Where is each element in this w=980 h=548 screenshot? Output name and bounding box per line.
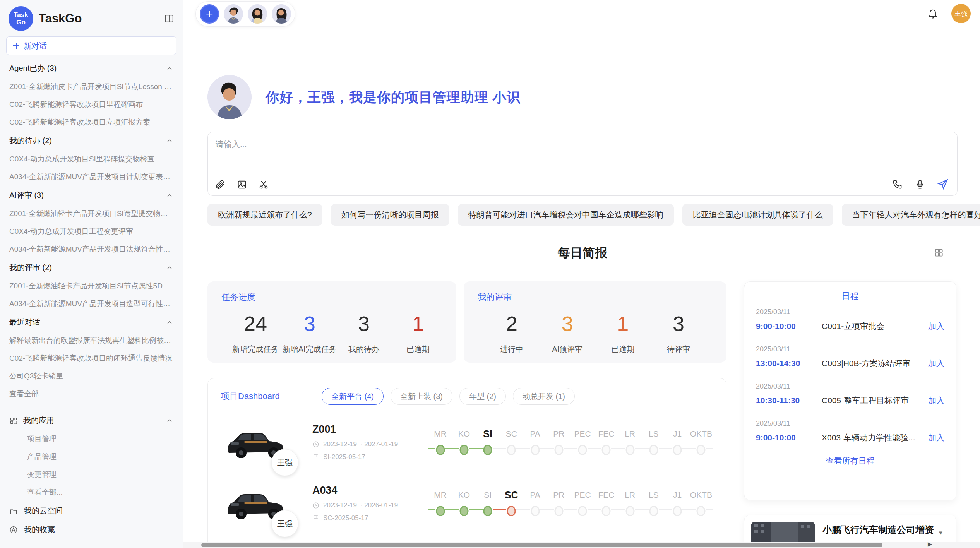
sidebar-conversation-item[interactable]: 解释最新出台的欧盟报废车法规再生塑料比例被调至15%... [5,332,177,349]
sidebar-group-header[interactable]: 最近对话 [5,313,177,332]
project-row[interactable]: 王强Z0012023-12-19 ~ 2027-01-19SI-2025-05-… [221,418,713,466]
sidebar-conversation-item[interactable]: C0X4-动力总成开发项目工程变更评审 [5,223,177,240]
milestone-dot [507,506,516,516]
image-icon[interactable] [236,179,247,190]
dashboard-tab[interactable]: 全新平台 (4) [322,388,384,405]
milestone: MR [428,425,452,459]
sidebar-conversation-item[interactable]: A034-全新新能源MUV产品开发项目法规符合性评审 [5,240,177,258]
milestone: PA [523,486,547,520]
event-join-link[interactable]: 加入 [928,321,944,332]
schedule-event: 2025/03/1113:00-14:30C003|H0B-方案冻结评审加入 [744,339,956,376]
sidebar-conversation-item[interactable]: C02-飞腾新能源轻客改款项目立项汇报方案 [5,113,177,131]
chevron-up-icon[interactable] [166,319,173,326]
milestone: KO [452,425,476,459]
agent-avatar[interactable] [248,4,267,24]
agent-avatar[interactable] [272,4,291,24]
event-date: 2025/03/11 [756,382,944,390]
sidebar-group-header[interactable]: 我的待办 (2) [5,131,177,150]
sidebar-conversation-item[interactable]: 公司Q3轻卡销量 [5,367,177,385]
news-title: 小鹏飞行汽车制造公司增资 [822,524,949,536]
event-join-link[interactable]: 加入 [928,395,944,406]
app-link-item[interactable]: 变更管理 [5,466,177,483]
dashboard-tab[interactable]: 动总开发 (1) [513,388,575,405]
new-chat-button[interactable]: 新对话 [6,36,176,55]
milestone-label: PEC [571,486,595,503]
stat-row: 2进行中3AI预评审1已逾期3待评审 [478,312,713,354]
notifications-bell-icon[interactable] [927,8,938,19]
project-row[interactable]: 王强A0342023-12-19 ~ 2026-01-19SC-2025-05-… [221,479,713,527]
chevron-up-icon[interactable] [166,417,173,425]
microphone-icon[interactable] [915,179,925,190]
sidebar-group-header[interactable]: AI评审 (3) [5,186,177,205]
suggestion-chip[interactable]: 特朗普可能对进口汽车增税会对中国车企造成哪些影响 [458,204,674,226]
milestone-label: MR [428,425,452,442]
schedule-event: 2025/03/1110:30-11:30C005-整车工程目标评审加入 [744,376,956,413]
scroll-right-arrow[interactable]: ▶ [928,541,932,548]
suggestion-chip[interactable]: 当下年轻人对汽车外观有怎样的喜好趋势 [842,204,980,226]
milestone: OKTB [689,486,713,520]
milestone: LR [618,486,642,520]
chevron-up-icon[interactable] [166,192,173,199]
sidebar-conversation-item[interactable]: C02-飞腾新能源轻客改款项目的闭环通告反馈情况 [5,349,177,367]
sidebar-groups: Agent已办 (3)Z001-全新燃油皮卡产品开发项目SI节点Lesson L… [5,59,177,403]
collapse-sidebar-icon[interactable] [164,14,174,24]
event-join-link[interactable]: 加入 [928,358,944,369]
chat-input[interactable]: 请输入... [216,139,247,150]
sidebar-link[interactable]: 我的云空间 [5,501,177,520]
chevron-up-icon[interactable] [166,264,173,272]
send-icon[interactable] [937,178,949,190]
sidebar-link[interactable]: 我的收藏 [5,520,177,539]
sidebar-conversation-item[interactable]: C0X4-动力总成开发项目SI里程碑提交物检查 [5,150,177,168]
event-join-link[interactable]: 加入 [928,432,944,443]
app-link-item[interactable]: 查看全部... [5,483,177,501]
event-name: C005-整车工程目标评审 [822,395,923,406]
milestone-label: SI [476,486,500,503]
app-link-item[interactable]: 产品管理 [5,448,177,466]
sidebar-header: Task Go TaskGo [5,0,177,35]
horizontal-scrollbar[interactable]: ▶ [183,542,980,548]
sidebar-conversation-item[interactable]: A034-全新新能源MUV产品开发项目计划变更表编写 [5,168,177,186]
milestone-dot [459,506,468,516]
chevron-up-icon[interactable] [166,137,173,145]
milestone-dot [673,445,682,455]
chevron-up-icon[interactable] [166,65,173,72]
dashboard-tab[interactable]: 全新上装 (3) [391,388,452,405]
view-all-schedule-link[interactable]: 查看所有日程 [744,450,956,472]
user-avatar[interactable]: 王强 [951,4,971,23]
event-name: C003|H0B-方案冻结评审 [822,358,923,369]
sidebar-conversation-item[interactable]: Z001-全新燃油皮卡产品开发项目SI节点Lesson Learn报告 [5,78,177,96]
sidebar-conversation-item[interactable]: A034-全新新能源MUV产品开发项目造型可行性评审 [5,295,177,313]
add-agent-button[interactable]: + [200,4,219,24]
milestone: J1 [666,425,689,459]
scroll-down-arrow[interactable]: ▼ [938,529,944,536]
stat-label: 已逾期 [596,344,650,354]
phone-call-icon[interactable] [892,179,903,190]
sidebar-conversation-item[interactable]: C02-飞腾新能源轻客改款项目里程碑画布 [5,96,177,113]
sidebar-conversation-item[interactable]: Z001-全新燃油轻卡产品开发项目SI造型提交物评审 [5,205,177,223]
suggestion-chip[interactable]: 比亚迪全固态电池计划具体说了什么 [682,204,833,226]
suggestion-chip[interactable]: 欧洲新规最近颁布了什么? [207,204,322,226]
project-owner-badge: 王强 [271,510,298,537]
scissors-icon[interactable] [258,179,269,190]
project-node: SI-2025-05-17 [312,453,425,461]
scrollbar-thumb[interactable] [201,543,882,547]
attachment-icon[interactable] [215,179,226,190]
sidebar-conversation-item[interactable]: Z001-全新燃油轻卡产品开发项目SI节点属性5D文件评审 [5,277,177,295]
favorites-icon [9,526,18,534]
agent-avatar[interactable] [224,4,243,24]
project-code: A034 [312,485,425,497]
group-title: 最近对话 [9,317,40,327]
flag-icon [312,515,319,522]
app-link-item[interactable]: 项目管理 [5,430,177,448]
sidebar-group-header[interactable]: 我的评审 (2) [5,258,177,277]
sidebar-conversation-item[interactable]: 查看全部... [5,385,177,403]
suggestion-chip[interactable]: 如何写一份清晰的项目周报 [331,204,449,226]
milestone: KO [452,486,476,520]
stat-card-title: 任务进度 [221,291,442,303]
briefing-layout-icon[interactable] [934,248,944,258]
my-apps-header[interactable]: 我的应用 [5,411,177,430]
clock-icon [312,441,319,448]
dashboard-tab[interactable]: 年型 (2) [459,388,506,405]
project-info: Z0012023-12-19 ~ 2027-01-19SI-2025-05-17 [312,423,425,461]
sidebar-group-header[interactable]: Agent已办 (3) [5,59,177,78]
